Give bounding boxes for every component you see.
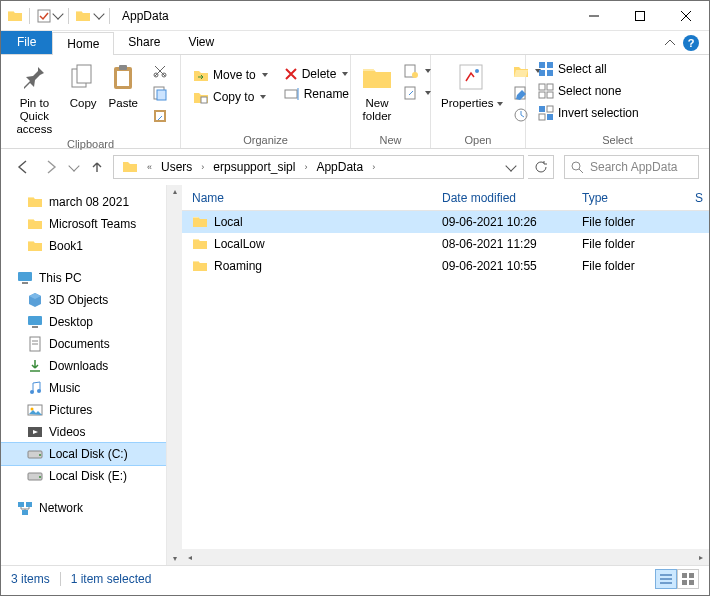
file-date: 09-06-2021 10:26 [442,215,582,229]
search-box[interactable]: Search AppData [564,155,699,179]
file-list[interactable]: Local09-06-2021 10:26File folderLocalLow… [182,211,709,549]
sidebar-item[interactable]: Local Disk (E:) [1,465,166,487]
rename-button[interactable]: Rename [278,85,355,103]
thumbnails-view-button[interactable] [677,569,699,589]
title-dropdown-icon[interactable] [93,8,104,19]
svg-point-48 [30,390,34,394]
new-item-button[interactable] [401,61,433,81]
sidebar-item[interactable]: Videos [1,421,166,443]
copy-to-button[interactable]: Copy to [187,87,274,107]
svg-rect-31 [547,84,553,90]
sidebar-item[interactable]: Microsoft Teams [1,213,166,235]
minimize-button[interactable] [571,1,617,31]
breadcrumb-appdata[interactable]: AppData [310,156,369,178]
network-icon [17,500,33,516]
tab-view[interactable]: View [174,31,228,54]
checkbox-icon[interactable] [36,8,52,24]
breadcrumb-sep[interactable]: « [144,162,155,172]
music-icon [27,380,43,396]
file-row[interactable]: LocalLow08-06-2021 11:29File folder [182,233,709,255]
properties-button[interactable]: Properties [435,57,509,110]
sidebar-item[interactable]: Book1 [1,235,166,257]
sidebar-label: Local Disk (E:) [49,469,127,483]
tab-share[interactable]: Share [114,31,174,54]
copy-path-button[interactable] [146,83,174,103]
delete-button[interactable]: Delete [278,65,355,83]
details-view-button[interactable] [655,569,677,589]
downloads-icon [27,358,43,374]
recent-locations-button[interactable] [67,155,81,179]
invert-selection-icon [538,105,554,121]
status-bar: 3 items 1 item selected [1,565,709,591]
refresh-button[interactable] [528,155,554,179]
paste-button[interactable]: Paste [103,57,144,110]
copy-button[interactable]: Copy [64,57,103,110]
column-headers[interactable]: Name Date modified Type S [182,185,709,211]
svg-rect-58 [26,502,32,507]
tab-file[interactable]: File [1,31,52,54]
col-type[interactable]: Type [582,191,695,205]
paste-icon [111,63,135,91]
file-row[interactable]: Local09-06-2021 10:26File folder [182,211,709,233]
sidebar-item[interactable]: Downloads [1,355,166,377]
sidebar-item[interactable]: Pictures [1,399,166,421]
sidebar-item[interactable]: 3D Objects [1,289,166,311]
ribbon: Pin to Quick access Copy Paste Clipboard… [1,55,709,149]
help-icon[interactable]: ? [683,35,699,51]
sidebar-label: Desktop [49,315,93,329]
sidebar-label: Network [39,501,83,515]
pin-icon [20,63,48,91]
svg-line-39 [579,169,583,173]
forward-button[interactable] [39,155,63,179]
group-label-new: New [351,134,430,148]
col-date[interactable]: Date modified [442,191,582,205]
ribbon-tabs: File Home Share View ? [1,31,709,55]
file-date: 09-06-2021 10:55 [442,259,582,273]
up-button[interactable] [85,155,109,179]
svg-rect-34 [539,106,545,112]
col-name[interactable]: Name [192,191,442,205]
breadcrumb-sep[interactable]: › [369,162,378,172]
sidebar-item[interactable]: Music [1,377,166,399]
breadcrumb-sep[interactable]: › [198,162,207,172]
address-dropdown[interactable] [501,156,521,178]
sidebar-item-network[interactable]: Network [1,497,166,519]
sidebar-item[interactable]: Local Disk (C:) [1,443,166,465]
col-size[interactable]: S [695,191,709,205]
group-label-organize: Organize [181,134,350,148]
select-none-icon [538,83,554,99]
sidebar-scrollbar[interactable] [166,185,182,565]
breadcrumb-user[interactable]: erpsupport_sipl [207,156,301,178]
select-none-button[interactable]: Select none [532,81,645,101]
invert-selection-button[interactable]: Invert selection [532,103,645,123]
svg-rect-63 [682,573,687,578]
tab-home[interactable]: Home [52,32,114,55]
breadcrumb-users[interactable]: Users [155,156,198,178]
sidebar-item[interactable]: Desktop [1,311,166,333]
select-all-button[interactable]: Select all [532,59,645,79]
svg-rect-17 [285,90,297,98]
new-folder-button[interactable]: New folder [355,57,399,123]
move-to-button[interactable]: Move to [187,65,274,85]
pin-to-quick-access-button[interactable]: Pin to Quick access [5,57,64,136]
ribbon-collapse-icon[interactable] [665,38,675,48]
cut-button[interactable] [146,61,174,81]
breadcrumb-sep[interactable]: › [301,162,310,172]
close-button[interactable] [663,1,709,31]
easy-access-button[interactable] [401,83,433,103]
paste-shortcut-button[interactable] [146,105,174,125]
maximize-button[interactable] [617,1,663,31]
navigation-pane[interactable]: march 08 2021Microsoft TeamsBook1This PC… [1,185,166,565]
sidebar-item-thispc[interactable]: This PC [1,267,166,289]
file-row[interactable]: Roaming09-06-2021 10:55File folder [182,255,709,277]
sidebar-item[interactable]: Documents [1,333,166,355]
sidebar-item[interactable]: march 08 2021 [1,191,166,213]
address-bar[interactable]: « Users › erpsupport_sipl › AppData › [113,155,524,179]
back-button[interactable] [11,155,35,179]
qat-dropdown-icon[interactable] [52,8,63,19]
svg-rect-41 [22,282,28,284]
horizontal-scrollbar[interactable]: ◂▸ [182,549,709,565]
copy-icon [70,63,96,91]
folder-icon [75,8,91,24]
svg-point-49 [37,389,41,393]
